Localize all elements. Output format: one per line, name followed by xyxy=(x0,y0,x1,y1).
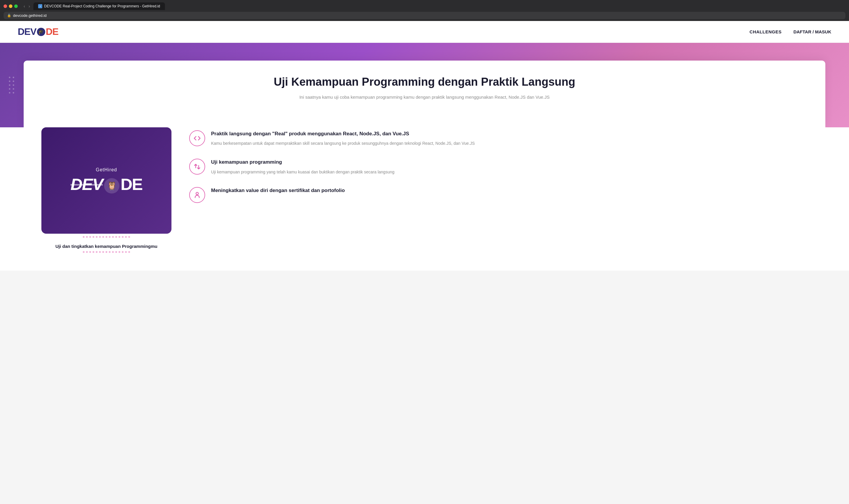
navbar: DEV DE CHALLENGES DAFTAR / MASUK xyxy=(0,21,849,43)
minimize-button[interactable] xyxy=(9,4,13,8)
url-text: devcode.gethired.id xyxy=(13,13,47,18)
features-list: Praktik langsung dengan "Real" produk me… xyxy=(189,127,808,203)
logo-de-text: DE xyxy=(46,26,58,37)
tabs-bar: ‹ › i DEVCODE Real-Project Coding Challe… xyxy=(3,2,846,10)
back-arrow[interactable]: ‹ xyxy=(22,3,26,9)
image-card-wrapper: GetHired DEV🦉DE Uji dan tingkatkan kemam… xyxy=(41,127,172,253)
feature-content-2: Uji kemampuan programming Uji kemampuan … xyxy=(211,159,394,175)
feature-icon-code xyxy=(189,130,205,146)
card-logo: DEV🦉DE xyxy=(71,176,142,193)
hero-subtitle: Ini saatnya kamu uji coba kemampuan prog… xyxy=(41,94,808,101)
favicon-letter: i xyxy=(40,5,40,8)
dots-top-decoration xyxy=(41,236,172,238)
lock-icon: 🔒 xyxy=(7,14,11,17)
card-brand: GetHired xyxy=(96,167,117,173)
card-subtitle: Uji dan tingkatkan kemampuan Programming… xyxy=(41,244,172,249)
address-bar[interactable]: 🔒 devcode.gethired.id xyxy=(3,12,846,19)
feature-desc-2: Uji kemampuan programming yang telah kam… xyxy=(211,169,394,175)
feature-title-2: Uji kemampuan programming xyxy=(211,159,394,166)
image-card: GetHired DEV🦉DE xyxy=(41,127,172,234)
maximize-button[interactable] xyxy=(14,4,18,8)
feature-item-2: Uji kemampuan programming Uji kemampuan … xyxy=(189,159,808,175)
arrows-icon xyxy=(194,163,201,170)
card-code-text: DE xyxy=(121,175,142,194)
hero-section: Uji Kemampuan Programming dengan Praktik… xyxy=(0,43,849,127)
feature-title-1: Praktik langsung dengan "Real" produk me… xyxy=(211,130,475,137)
address-bar-row: 🔒 devcode.gethired.id xyxy=(3,12,846,21)
feature-item-1: Praktik langsung dengan "Real" produk me… xyxy=(189,130,808,147)
person-icon xyxy=(194,192,201,199)
hero-title: Uji Kemampuan Programming dengan Praktik… xyxy=(41,75,808,89)
register-link[interactable]: DAFTAR / MASUK xyxy=(793,29,831,34)
hero-card: Uji Kemampuan Programming dengan Praktik… xyxy=(24,60,825,127)
feature-desc-1: Kamu berkesempatan untuk dapat memprakti… xyxy=(211,140,475,146)
hero-dots-decoration xyxy=(9,76,14,93)
code-icon xyxy=(194,135,201,142)
dots-bottom-decoration xyxy=(41,251,172,253)
tab-title: DEVCODE Real-Project Coding Challenge fo… xyxy=(44,4,160,8)
close-button[interactable] xyxy=(3,4,7,8)
window-controls xyxy=(3,4,18,8)
content-section: GetHired DEV🦉DE Uji dan tingkatkan kemam… xyxy=(0,127,849,271)
nav-links: CHALLENGES DAFTAR / MASUK xyxy=(750,29,831,34)
feature-icon-arrows xyxy=(189,159,205,175)
svg-point-0 xyxy=(196,192,198,195)
card-dev-text: DEV xyxy=(71,175,103,194)
card-owl-icon: 🦉 xyxy=(104,178,120,194)
feature-title-3: Meningkatkan value diri dengan sertifika… xyxy=(211,187,345,194)
logo-dev-text: DEV xyxy=(18,26,36,37)
feature-content-1: Praktik langsung dengan "Real" produk me… xyxy=(211,130,475,147)
website: DEV DE CHALLENGES DAFTAR / MASUK Uji Kem… xyxy=(0,21,849,271)
site-logo[interactable]: DEV DE xyxy=(18,26,58,37)
active-tab[interactable]: i DEVCODE Real-Project Coding Challenge … xyxy=(33,2,165,10)
feature-content-3: Meningkatkan value diri dengan sertifika… xyxy=(211,187,345,197)
forward-arrow[interactable]: › xyxy=(28,3,31,9)
challenges-link[interactable]: CHALLENGES xyxy=(750,29,782,34)
tab-favicon: i xyxy=(38,4,42,8)
nav-arrows: ‹ › xyxy=(22,3,31,9)
logo-hat-icon xyxy=(37,28,45,36)
browser-chrome: ‹ › i DEVCODE Real-Project Coding Challe… xyxy=(0,0,849,21)
feature-icon-person xyxy=(189,187,205,203)
feature-item-3: Meningkatkan value diri dengan sertifika… xyxy=(189,187,808,203)
